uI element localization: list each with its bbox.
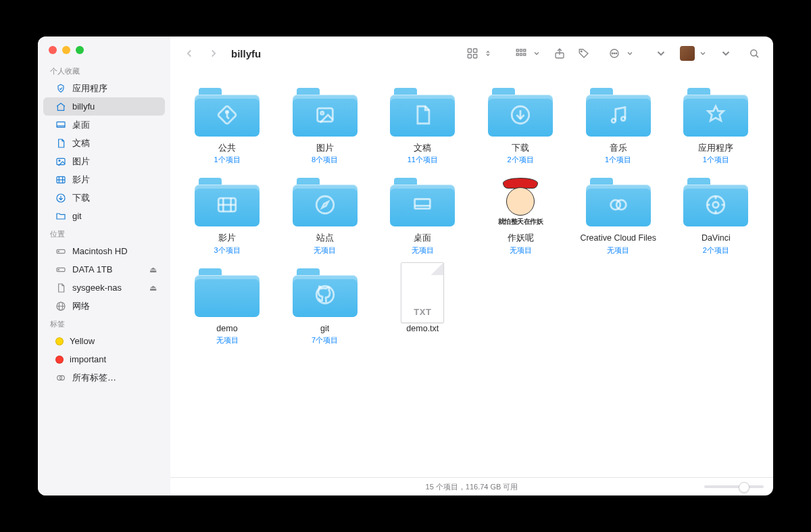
item-meta: 11个项目 — [408, 155, 438, 165]
home-icon — [55, 101, 66, 112]
item-name: Creative Cloud Files — [580, 233, 656, 243]
item-name: 站点 — [316, 233, 334, 243]
grid-item[interactable]: Creative Cloud Files无项目 — [571, 173, 666, 255]
svg-point-3 — [59, 160, 60, 161]
sidebar-item-label: important — [70, 354, 157, 364]
sidebar-item-所有标签…[interactable]: 所有标签… — [43, 368, 165, 387]
content-area: 公共1个项目 图片8个项目 文稿11个项目 下载2个项目 音乐1个项目 应用程序… — [170, 71, 773, 477]
item-name: 下载 — [512, 143, 529, 153]
more-icon — [605, 44, 624, 63]
doc-icon — [55, 283, 66, 293]
grid-item[interactable]: TXTdemo.txt — [375, 264, 470, 345]
sidebar-item-文稿[interactable]: 文稿 — [43, 134, 165, 152]
svg-rect-20 — [474, 49, 477, 52]
sidebar-item-下载[interactable]: 下载 — [43, 189, 165, 207]
grid-item[interactable]: 影片3个项目 — [180, 173, 274, 255]
eject-icon[interactable]: ⏏ — [149, 265, 157, 274]
sidebar-item-Macintosh HD[interactable]: Macintosh HD — [43, 242, 165, 260]
eject-icon[interactable]: ⏏ — [149, 283, 157, 293]
svg-rect-21 — [468, 55, 471, 58]
sidebar-item-git[interactable]: git — [43, 207, 165, 225]
grid-item[interactable]: 文稿11个项目 — [375, 83, 470, 165]
svg-rect-27 — [520, 53, 522, 55]
image-icon — [314, 103, 337, 128]
app-icon — [704, 103, 727, 128]
grid-item[interactable]: DaVinci2个项目 — [668, 173, 763, 255]
grid-item[interactable]: 公共1个项目 — [180, 83, 274, 165]
sidebar-item-影片[interactable]: 影片 — [43, 170, 165, 189]
grid-item[interactable]: 图片8个项目 — [278, 83, 372, 165]
grid-item[interactable]: 应用程序1个项目 — [668, 83, 763, 165]
back-button[interactable] — [180, 44, 199, 63]
account-menu[interactable] — [680, 46, 707, 61]
item-meta: 2个项目 — [507, 155, 533, 165]
film-icon — [216, 193, 239, 218]
doc-icon — [55, 138, 66, 149]
tag-button[interactable] — [574, 44, 593, 63]
svg-point-44 — [621, 116, 625, 120]
sidebar-item-label: git — [72, 211, 157, 221]
item-name: git — [320, 324, 329, 333]
sidebar-item-应用程序[interactable]: 应用程序 — [43, 79, 165, 97]
grid-item[interactable]: 下载2个项目 — [473, 83, 568, 165]
grid-item[interactable]: 音乐1个项目 — [571, 83, 666, 165]
svg-point-49 — [316, 196, 334, 214]
overflow-chevron-1[interactable] — [652, 44, 670, 63]
item-name: 音乐 — [610, 143, 627, 153]
close-button[interactable] — [49, 46, 57, 54]
item-meta: 无项目 — [412, 245, 434, 256]
chevron-down-icon — [699, 49, 707, 57]
grid-item[interactable]: git7个项目 — [278, 264, 372, 345]
grid-item[interactable]: 就怕整天在作妖作妖呢无项目 — [473, 173, 568, 255]
chevron-down-icon — [533, 49, 541, 57]
download-icon — [55, 193, 66, 203]
overflow-chevron-2[interactable] — [716, 44, 735, 63]
sidebar-item-important[interactable]: important — [43, 350, 165, 368]
folder-icon — [488, 88, 553, 137]
forward-button[interactable] — [204, 44, 223, 63]
item-meta: 1个项目 — [214, 155, 240, 165]
svg-marker-50 — [322, 202, 328, 208]
updown-icon — [484, 49, 492, 57]
sidebar-section-title: 标签 — [38, 315, 170, 332]
svg-point-43 — [612, 118, 616, 122]
sidebar-item-图片[interactable]: 图片 — [43, 152, 165, 170]
search-button[interactable] — [745, 44, 764, 63]
svg-point-34 — [616, 53, 617, 54]
svg-rect-26 — [516, 53, 518, 55]
sidebar-section-title: 个人收藏 — [38, 62, 170, 79]
download-icon — [509, 103, 532, 128]
action-menu[interactable] — [603, 44, 634, 63]
folder-icon — [293, 88, 358, 137]
item-meta: 无项目 — [607, 245, 629, 256]
item-name: 作妖呢 — [508, 233, 534, 243]
grid-item[interactable]: 站点无项目 — [278, 173, 372, 255]
share-button[interactable] — [550, 44, 569, 63]
folder-icon — [683, 178, 748, 226]
item-name: demo.txt — [406, 324, 439, 333]
tag-dot-icon — [55, 356, 64, 364]
view-switcher[interactable] — [461, 44, 492, 63]
chevron-down-icon — [626, 49, 634, 57]
grid-item[interactable]: 桌面无项目 — [375, 173, 470, 255]
grid-item[interactable]: demo无项目 — [180, 264, 274, 345]
doc-icon — [411, 103, 434, 128]
sidebar-item-桌面[interactable]: 桌面 — [43, 116, 165, 134]
zoom-slider[interactable] — [704, 485, 764, 488]
sidebar-item-网络[interactable]: 网络 — [43, 297, 165, 315]
sidebar-item-DATA 1TB[interactable]: DATA 1TB⏏ — [43, 260, 165, 279]
sidebar-item-Yellow[interactable]: Yellow — [43, 332, 165, 350]
fullscreen-button[interactable] — [76, 46, 84, 54]
svg-rect-22 — [474, 55, 477, 58]
folder-icon — [195, 178, 260, 226]
item-name: DaVinci — [702, 233, 731, 243]
item-name: demo — [216, 324, 237, 333]
svg-rect-51 — [415, 199, 431, 208]
main-pane: billyfu — [170, 37, 773, 495]
image-thumbnail: 就怕整天在作妖 — [493, 175, 547, 229]
sidebar-item-billyfu[interactable]: billyfu — [43, 97, 165, 116]
group-menu[interactable] — [510, 44, 541, 63]
svg-rect-25 — [524, 49, 526, 51]
sidebar-item-sysgeek-nas[interactable]: sysgeek-nas⏏ — [43, 279, 165, 297]
minimize-button[interactable] — [62, 46, 70, 54]
